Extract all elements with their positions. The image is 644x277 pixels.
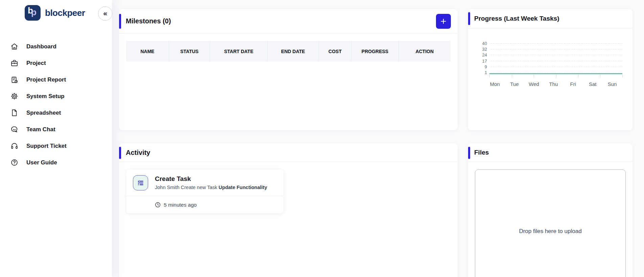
sidebar-item-label: User Guide xyxy=(26,159,57,166)
sidebar-item-label: Project xyxy=(26,60,46,67)
sidebar-item-project[interactable]: Project xyxy=(0,55,112,71)
milestones-table: NAMESTATUSSTART DATEEND DATECOSTPROGRESS… xyxy=(126,41,451,62)
milestones-column-header: STATUS xyxy=(169,41,210,62)
sidebar-item-label: Team Chat xyxy=(26,126,55,133)
card-accent-bar xyxy=(468,147,470,159)
milestones-column-header: START DATE xyxy=(210,41,268,62)
sidebar-item-label: System Setup xyxy=(26,93,64,100)
activity-card-header: Activity xyxy=(119,143,458,162)
app-root: b p blockpeer Dashboard Project Project … xyxy=(0,0,644,277)
chart-y-tick-label: 40 xyxy=(482,41,487,46)
activity-card: Activity Create Task John Smith Create n… xyxy=(119,143,458,277)
milestones-card: Milestones (0) NAMESTATUSSTART DATEEND D… xyxy=(119,9,458,130)
sidebar-item-label: Support Ticket xyxy=(26,143,67,149)
chart-x-tick xyxy=(556,74,556,77)
files-card-header: Files xyxy=(468,143,632,162)
chevrons-left-icon: « xyxy=(103,9,107,18)
chart-x-tick xyxy=(600,74,600,77)
clock-icon xyxy=(155,202,161,208)
chart-x-tick-label: Wed xyxy=(529,81,539,87)
last-week-tasks-chart: 4032241791 MonTueWedThuFriSatSun xyxy=(468,28,632,88)
chart-x-axis: MonTueWedThuFriSatSun xyxy=(495,81,612,88)
activity-item-footer: 5 minutes ago xyxy=(126,196,283,213)
chat-icon xyxy=(10,125,18,133)
chart-line-series xyxy=(489,43,622,74)
sidebar-item-spreadsheet[interactable]: Spreadsheet xyxy=(0,105,112,121)
chart-x-tick xyxy=(489,74,490,77)
headset-icon xyxy=(10,142,18,150)
briefcase-icon xyxy=(10,59,18,67)
milestones-column-header: END DATE xyxy=(268,41,319,62)
chart-x-tick xyxy=(622,74,623,77)
sidebar-nav: Dashboard Project Project Report System … xyxy=(0,38,112,171)
card-accent-bar xyxy=(468,12,470,25)
main-content: Milestones (0) NAMESTATUSSTART DATEEND D… xyxy=(119,9,632,277)
chart-y-tick-label: 17 xyxy=(482,58,487,63)
right-column: Progress (Last Week Tasks) 4032241791 Mo… xyxy=(468,9,632,277)
chart-x-tick-label: Sat xyxy=(589,81,597,87)
activity-item-title: Create Task xyxy=(155,175,267,183)
activity-title: Activity xyxy=(126,149,150,157)
activity-item-description: John Smith Create new Task Update Functi… xyxy=(155,185,267,190)
chart-y-axis: 4032241791 xyxy=(474,43,487,72)
report-icon xyxy=(10,76,18,84)
left-column: Milestones (0) NAMESTATUSSTART DATEEND D… xyxy=(119,9,458,277)
add-milestone-button[interactable] xyxy=(436,14,451,29)
blockpeer-logo-icon: b p xyxy=(25,5,41,21)
files-card: Files Drop files here to upload xyxy=(468,143,632,277)
question-icon xyxy=(10,159,18,166)
milestones-column-header: PROGRESS xyxy=(351,41,398,62)
dropzone-text: Drop files here to upload xyxy=(519,228,581,277)
chart-x-tick-label: Thu xyxy=(549,81,558,87)
card-accent-bar xyxy=(119,147,121,159)
chart-x-tick xyxy=(578,74,578,77)
sidebar: b p blockpeer Dashboard Project Project … xyxy=(0,0,112,277)
file-icon xyxy=(10,109,18,117)
plus-icon xyxy=(440,18,447,25)
milestones-column-header: ACTION xyxy=(399,41,451,62)
chart-x-tick-label: Tue xyxy=(510,81,519,87)
chart-y-tick-label: 9 xyxy=(485,64,487,69)
logo-letter-p: p xyxy=(31,7,37,18)
milestones-title: Milestones (0) xyxy=(126,17,171,25)
chart-x-tick xyxy=(534,74,534,77)
chart-y-tick-label: 32 xyxy=(482,47,487,52)
chart-x-tick-label: Sun xyxy=(608,81,617,87)
progress-card: Progress (Last Week Tasks) 4032241791 Mo… xyxy=(468,9,632,130)
milestones-card-header: Milestones (0) xyxy=(119,9,458,33)
chart-x-ticks xyxy=(489,74,622,77)
task-list-icon xyxy=(133,175,148,190)
activity-item-body: Create Task John Smith Create new Task U… xyxy=(126,169,283,196)
progress-title: Progress (Last Week Tasks) xyxy=(474,15,559,22)
gear-icon xyxy=(10,92,18,100)
sidebar-item-project-report[interactable]: Project Report xyxy=(0,71,112,88)
sidebar-item-support-ticket[interactable]: Support Ticket xyxy=(0,138,112,154)
chart-x-tick xyxy=(512,74,512,77)
brand-name: blockpeer xyxy=(45,8,85,18)
chart-x-tick-label: Mon xyxy=(490,81,500,87)
sidebar-item-dashboard[interactable]: Dashboard xyxy=(0,38,112,55)
sidebar-item-label: Spreadsheet xyxy=(26,110,61,116)
sidebar-collapse-button[interactable]: « xyxy=(98,6,112,21)
chart-plot: 4032241791 xyxy=(474,43,622,72)
progress-card-header: Progress (Last Week Tasks) xyxy=(468,9,632,28)
chart-plot-area xyxy=(489,43,622,72)
milestones-column-header: NAME xyxy=(126,41,169,62)
file-dropzone[interactable]: Drop files here to upload xyxy=(475,169,626,277)
milestones-table-header-row: NAMESTATUSSTART DATEEND DATECOSTPROGRESS… xyxy=(126,41,451,62)
activity-list: Create Task John Smith Create new Task U… xyxy=(119,169,458,213)
sidebar-item-user-guide[interactable]: User Guide xyxy=(0,154,112,171)
home-icon xyxy=(10,43,18,50)
activity-item-time: 5 minutes ago xyxy=(164,202,197,208)
card-accent-bar xyxy=(119,14,121,29)
chart-y-tick-label: 24 xyxy=(482,52,487,57)
activity-item: Create Task John Smith Create new Task U… xyxy=(126,169,283,213)
sidebar-item-system-setup[interactable]: System Setup xyxy=(0,88,112,105)
sidebar-item-label: Dashboard xyxy=(26,43,56,50)
brand[interactable]: b p blockpeer xyxy=(0,0,112,21)
chart-x-tick-label: Fri xyxy=(570,81,576,87)
files-title: Files xyxy=(474,149,489,156)
sidebar-item-team-chat[interactable]: Team Chat xyxy=(0,121,112,138)
milestones-column-header: COST xyxy=(319,41,352,62)
sidebar-item-label: Project Report xyxy=(26,76,66,83)
